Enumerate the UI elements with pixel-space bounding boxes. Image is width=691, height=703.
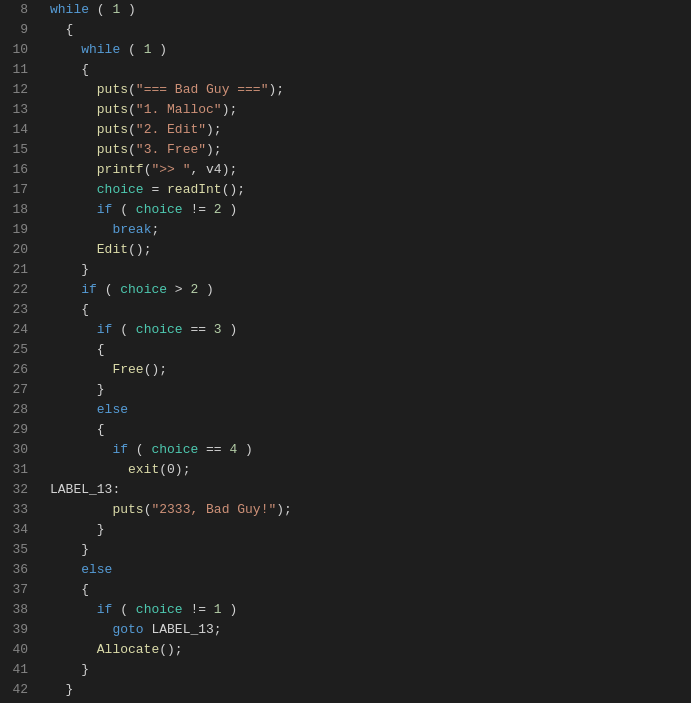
code-line: puts("3. Free"); <box>50 140 691 160</box>
code-line: Edit(); <box>50 240 691 260</box>
code-line: { <box>50 20 691 40</box>
choice-var-token: choice <box>151 442 198 457</box>
plain-token: } <box>50 662 89 677</box>
fn-token: puts <box>97 142 128 157</box>
code-line: if ( choice > 2 ) <box>50 280 691 300</box>
plain-token: ( <box>89 2 112 17</box>
line-number: 21 <box>6 260 28 280</box>
code-line: } <box>50 660 691 680</box>
fn-token: Free <box>112 362 143 377</box>
line-number: 30 <box>6 440 28 460</box>
plain-token <box>50 42 81 57</box>
code-line: else <box>50 400 691 420</box>
num-token: 2 <box>214 202 222 217</box>
plain-token: ) <box>151 42 167 57</box>
kw-token: if <box>112 442 128 457</box>
plain-token: ( <box>97 282 120 297</box>
kw-token: while <box>81 42 120 57</box>
choice-var-token: choice <box>136 202 183 217</box>
code-content: while ( 1 ) { while ( 1 ) { puts("=== Ba… <box>38 0 691 703</box>
choice-var-token: choice <box>120 282 167 297</box>
line-number: 26 <box>6 360 28 380</box>
kw-token: if <box>81 282 97 297</box>
label-token: LABEL_13: <box>50 482 120 497</box>
plain-token: ); <box>206 122 222 137</box>
code-editor: 8910111213141516171819202122232425262728… <box>0 0 691 703</box>
code-line: { <box>50 300 691 320</box>
plain-token: ) <box>237 442 253 457</box>
plain-token: ( <box>128 82 136 97</box>
str-token: "2. Edit" <box>136 122 206 137</box>
kw-token: if <box>97 322 113 337</box>
code-line: goto LABEL_13; <box>50 620 691 640</box>
line-number: 22 <box>6 280 28 300</box>
plain-token: ( <box>112 202 135 217</box>
plain-token: ( <box>128 142 136 157</box>
code-line: } <box>50 540 691 560</box>
code-line: { <box>50 60 691 80</box>
choice-var-token: choice <box>97 182 144 197</box>
plain-token: LABEL_13; <box>144 622 222 637</box>
line-number: 32 <box>6 480 28 500</box>
kw-token: while <box>50 2 89 17</box>
code-line: Free(); <box>50 360 691 380</box>
plain-token: ( <box>128 442 151 457</box>
choice-var-token: choice <box>136 322 183 337</box>
plain-token: = <box>144 182 167 197</box>
line-number: 20 <box>6 240 28 260</box>
plain-token: { <box>50 422 105 437</box>
plain-token: { <box>50 342 105 357</box>
code-line: { <box>50 420 691 440</box>
line-number: 11 <box>6 60 28 80</box>
line-number: 33 <box>6 500 28 520</box>
plain-token <box>50 462 128 477</box>
plain-token: (); <box>222 182 245 197</box>
plain-token: } <box>50 262 89 277</box>
code-line: { <box>50 580 691 600</box>
fn-token: Edit <box>97 242 128 257</box>
code-line: while ( 1 ) <box>50 0 691 20</box>
code-line: } <box>50 520 691 540</box>
code-line: } <box>50 260 691 280</box>
plain-token: (0); <box>159 462 190 477</box>
plain-token: ) <box>222 202 238 217</box>
plain-token <box>50 602 97 617</box>
code-line: if ( choice != 2 ) <box>50 200 691 220</box>
code-line: if ( choice != 1 ) <box>50 600 691 620</box>
plain-token <box>50 222 112 237</box>
line-number: 16 <box>6 160 28 180</box>
plain-token <box>50 122 97 137</box>
plain-token <box>50 442 112 457</box>
plain-token: (); <box>159 642 182 657</box>
code-line: puts("2. Edit"); <box>50 120 691 140</box>
plain-token: != <box>183 602 214 617</box>
code-line: } <box>50 380 691 400</box>
plain-token: { <box>50 62 89 77</box>
code-line: puts("2333, Bad Guy!"); <box>50 500 691 520</box>
line-number: 14 <box>6 120 28 140</box>
code-line: while ( 1 ) <box>50 40 691 60</box>
fn-token: puts <box>97 82 128 97</box>
line-number: 8 <box>6 0 28 20</box>
line-number: 31 <box>6 460 28 480</box>
line-number: 42 <box>6 680 28 700</box>
plain-token: ); <box>268 82 284 97</box>
line-number: 15 <box>6 140 28 160</box>
fn-token: exit <box>128 462 159 477</box>
plain-token: } <box>50 522 105 537</box>
code-line: exit(0); <box>50 460 691 480</box>
plain-token <box>50 162 97 177</box>
line-number: 10 <box>6 40 28 60</box>
line-number: 23 <box>6 300 28 320</box>
line-number: 17 <box>6 180 28 200</box>
fn-token: Allocate <box>97 642 159 657</box>
line-number: 41 <box>6 660 28 680</box>
str-token: "=== Bad Guy ===" <box>136 82 269 97</box>
plain-token: } <box>50 542 89 557</box>
plain-token <box>50 202 97 217</box>
str-token: "3. Free" <box>136 142 206 157</box>
str-token: ">> " <box>151 162 190 177</box>
plain-token <box>50 362 112 377</box>
plain-token: ) <box>222 322 238 337</box>
code-line: puts("=== Bad Guy ==="); <box>50 80 691 100</box>
